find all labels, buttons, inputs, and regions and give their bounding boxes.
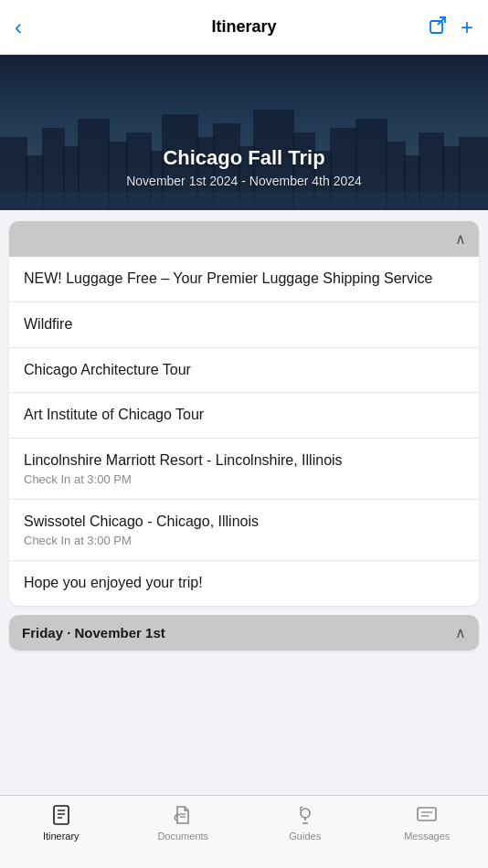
item-title: Hope you enjoyed your trip! [24, 574, 464, 593]
messages-icon [415, 803, 439, 827]
item-title: Art Institute of Chicago Tour [24, 406, 464, 425]
tab-messages[interactable]: Messages [366, 803, 489, 842]
header-right: + [428, 15, 473, 40]
item-title: Lincolnshire Marriott Resort - Lincolnsh… [24, 451, 464, 471]
add-button[interactable]: + [461, 15, 473, 40]
hero-overlay: Chicago Fall Trip November 1st 2024 - No… [0, 55, 488, 210]
itinerary-icon [49, 803, 73, 827]
back-button[interactable]: ‹ [15, 15, 22, 40]
item-title: Chicago Architecture Tour [24, 361, 464, 380]
tab-itinerary-label: Itinerary [43, 831, 80, 842]
header-left: ‹ [15, 15, 22, 40]
tab-guides-label: Guides [289, 831, 321, 842]
page-title: Itinerary [211, 17, 276, 37]
friday-label: Friday · November 1st [22, 625, 165, 640]
tab-messages-label: Messages [404, 831, 450, 842]
all-section-header[interactable]: ∧ [9, 221, 479, 257]
item-subtitle: Check In at 3:00 PM [24, 472, 464, 486]
content-area: ∧ NEW! Luggage Free – Your Premier Lugga… [0, 210, 488, 795]
list-item[interactable]: NEW! Luggage Free – Your Premier Luggage… [9, 257, 479, 302]
svg-point-31 [301, 809, 310, 818]
list-item[interactable]: Wildfire [9, 302, 479, 348]
tab-bar: Itinerary Documents Guides Messages [0, 795, 488, 868]
svg-rect-25 [54, 806, 69, 824]
tab-documents-label: Documents [157, 831, 208, 842]
svg-rect-32 [418, 808, 436, 820]
trip-dates: November 1st 2024 - November 4th 2024 [126, 174, 362, 188]
guides-icon [293, 803, 317, 827]
list-item[interactable]: Chicago Architecture Tour [9, 348, 479, 394]
tab-documents[interactable]: Documents [122, 803, 245, 842]
tab-itinerary[interactable]: Itinerary [0, 803, 122, 842]
tab-guides[interactable]: Guides [244, 803, 366, 842]
friday-section-card: Friday · November 1st ∧ [9, 615, 479, 651]
item-title: NEW! Luggage Free – Your Premier Luggage… [24, 270, 464, 289]
friday-section-header[interactable]: Friday · November 1st ∧ [9, 615, 479, 651]
list-item[interactable]: Art Institute of Chicago Tour [9, 393, 479, 439]
list-item[interactable]: Hope you enjoyed your trip! [9, 561, 479, 606]
collapse-icon[interactable]: ∧ [455, 230, 466, 248]
export-button[interactable] [428, 15, 448, 39]
friday-collapse-icon[interactable]: ∧ [455, 624, 466, 641]
hero-banner: Chicago Fall Trip November 1st 2024 - No… [0, 55, 488, 210]
documents-icon [171, 803, 195, 827]
list-item[interactable]: Swissotel Chicago - Chicago, Illinois Ch… [9, 500, 479, 561]
trip-name: Chicago Fall Trip [163, 146, 324, 170]
item-title: Wildfire [24, 315, 464, 334]
all-section-card: ∧ NEW! Luggage Free – Your Premier Lugga… [9, 221, 479, 606]
item-title: Swissotel Chicago - Chicago, Illinois [24, 513, 464, 532]
item-subtitle: Check In at 3:00 PM [24, 534, 464, 547]
header: ‹ Itinerary + [0, 0, 488, 55]
list-item[interactable]: Lincolnshire Marriott Resort - Lincolnsh… [9, 439, 479, 500]
